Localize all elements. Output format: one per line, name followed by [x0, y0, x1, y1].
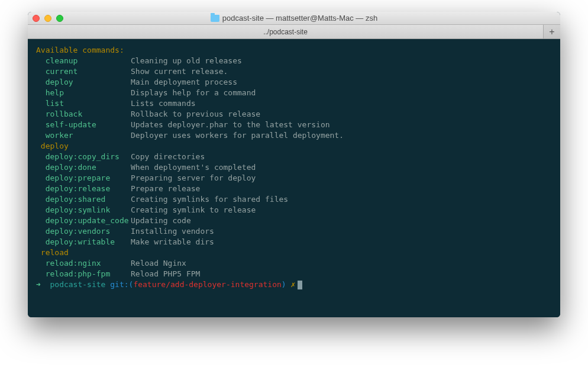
tab-podcast-site[interactable]: ../podcast-site: [28, 25, 544, 38]
command-name: deploy:writable: [36, 237, 131, 247]
command-row: helpDisplays help for a command: [36, 88, 552, 98]
section-header: Available commands:: [36, 46, 124, 54]
command-name: deploy:prepare: [36, 173, 131, 184]
command-description: Creating symlinks for shared files: [131, 194, 288, 205]
command-description: Make writable dirs: [131, 237, 214, 247]
command-description: Installing vendors: [131, 226, 214, 237]
tab-bar: ../podcast-site +: [28, 25, 560, 39]
command-name: deploy:update_code: [36, 215, 131, 226]
command-name: rollback: [36, 109, 131, 120]
command-name: reload:php-fpm: [36, 269, 131, 279]
command-name: current: [36, 66, 131, 77]
command-description: Lists commands: [131, 98, 196, 109]
prompt-branch: feature/add-deployer-integration: [133, 280, 281, 289]
command-row: cleanupCleaning up old releases: [36, 56, 552, 66]
command-row: deploy:symlinkCreating symlink to releas…: [36, 205, 552, 215]
command-row: deploy:preparePreparing server for deplo…: [36, 173, 552, 184]
command-row: workerDeployer uses workers for parallel…: [36, 130, 552, 141]
command-description: Displays help for a command: [131, 88, 256, 98]
command-row: self-updateUpdates deployer.phar to the …: [36, 120, 552, 130]
command-description: Rollback to previous release: [131, 109, 260, 120]
command-row: reload:nginxReload Nginx: [36, 258, 552, 269]
command-name: cleanup: [36, 56, 131, 66]
command-row: reload:php-fpmReload PHP5 FPM: [36, 269, 552, 279]
command-description: Copy directories: [131, 152, 205, 162]
command-name: reload:nginx: [36, 258, 131, 269]
command-description: Reload PHP5 FPM: [131, 269, 200, 279]
prompt-git-open: git:(: [110, 280, 133, 289]
close-button[interactable]: [33, 15, 40, 22]
command-name: deploy:shared: [36, 194, 131, 205]
minimize-button[interactable]: [44, 15, 51, 22]
prompt-git-close: ): [282, 280, 286, 289]
command-name: deploy:release: [36, 184, 131, 194]
tab-label: ../podcast-site: [263, 28, 308, 36]
command-description: Preparing server for deploy: [131, 173, 256, 184]
command-description: Cleaning up old releases: [131, 56, 242, 66]
command-row: deployMain deployment process: [36, 77, 552, 88]
command-row: rollbackRollback to previous release: [36, 109, 552, 120]
command-name: deploy:symlink: [36, 205, 131, 215]
command-name: deploy:vendors: [36, 226, 131, 237]
command-row: deploy:doneWhen deployment's completed: [36, 162, 552, 173]
section-header: deploy: [36, 141, 69, 150]
folder-icon: [211, 15, 219, 22]
command-description: When deployment's completed: [131, 162, 256, 173]
maximize-button[interactable]: [56, 15, 63, 22]
cursor: [298, 281, 302, 289]
prompt-line[interactable]: ➜ podcast-site git:(feature/add-deployer…: [36, 279, 552, 290]
command-row: deploy:vendorsInstalling vendors: [36, 226, 552, 237]
new-tab-button[interactable]: +: [544, 25, 560, 38]
command-description: Reload Nginx: [131, 258, 186, 269]
command-row: deploy:update_codeUpdating code: [36, 215, 552, 226]
command-description: Updating code: [131, 215, 191, 226]
titlebar-title: podcast-site — mattsetter@Matts-Mac — zs…: [28, 14, 560, 22]
terminal-window: podcast-site — mattsetter@Matts-Mac — zs…: [28, 12, 560, 317]
command-name: help: [36, 88, 131, 98]
command-name: deploy: [36, 77, 131, 88]
command-name: worker: [36, 130, 131, 141]
command-row: deploy:writableMake writable dirs: [36, 237, 552, 247]
prompt-dir: podcast-site: [50, 280, 105, 289]
command-description: Main deployment process: [131, 77, 237, 88]
command-row: deploy:copy_dirsCopy directories: [36, 152, 552, 162]
prompt-dirty-icon: ✗: [290, 280, 295, 289]
command-description: Prepare release: [131, 184, 200, 194]
command-description: Updates deployer.phar to the latest vers…: [131, 120, 330, 130]
plus-icon: +: [549, 27, 554, 37]
command-description: Deployer uses workers for parallel deplo…: [131, 130, 344, 141]
command-row: listLists commands: [36, 98, 552, 109]
terminal-body[interactable]: Available commands: cleanupCleaning up o…: [28, 39, 560, 317]
section-header: reload: [36, 248, 69, 257]
command-name: self-update: [36, 120, 131, 130]
command-name: list: [36, 98, 131, 109]
command-name: deploy:done: [36, 162, 131, 173]
command-description: Show current release.: [131, 66, 228, 77]
window-title-text: podcast-site — mattsetter@Matts-Mac — zs…: [222, 14, 377, 22]
command-row: deploy:sharedCreating symlinks for share…: [36, 194, 552, 205]
command-name: deploy:copy_dirs: [36, 152, 131, 162]
command-row: deploy:releasePrepare release: [36, 184, 552, 194]
command-description: Creating symlink to release: [131, 205, 256, 215]
prompt-arrow-icon: ➜: [36, 280, 41, 289]
command-row: currentShow current release.: [36, 66, 552, 77]
traffic-lights: [33, 15, 63, 22]
titlebar: podcast-site — mattsetter@Matts-Mac — zs…: [28, 12, 560, 25]
